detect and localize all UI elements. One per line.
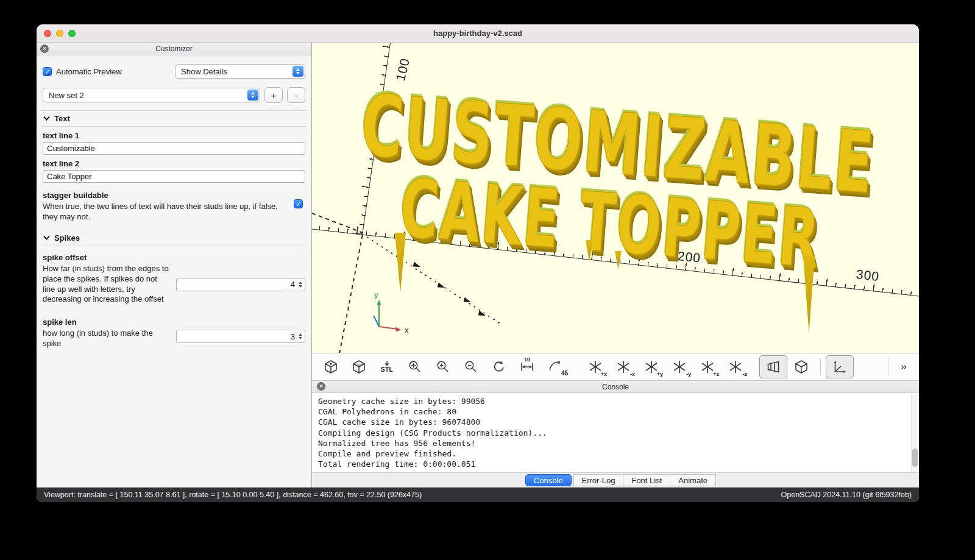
view-front-label: -y — [686, 371, 691, 377]
dropdown-chevrons-icon — [292, 66, 303, 77]
view-right-button[interactable]: +x — [581, 355, 609, 378]
view-bottom-button[interactable]: -z — [722, 355, 750, 378]
window-title: happy-birthday-v2.scad — [37, 29, 919, 38]
viewport-3d[interactable]: 100 200 CUSTOMIZABLE CAKE TOPPER 300 y — [312, 43, 919, 353]
spike-len-spinner[interactable]: 3 — [176, 330, 305, 343]
axis-label-300: 300 — [856, 267, 881, 284]
statusbar-viewport-info: Viewport: translate = [ 150.11 35.07 8.6… — [44, 491, 422, 499]
spike-offset-label: spike offset — [43, 253, 304, 262]
rendered-model: CUSTOMIZABLE CAKE TOPPER — [364, 83, 887, 122]
view-back-button[interactable]: +y — [637, 355, 665, 378]
spikes-section-title: Spikes — [54, 233, 80, 243]
details-dropdown[interactable]: Show Details — [175, 64, 305, 79]
console-title: Console — [602, 383, 629, 391]
customizer-header: ✕ Customizer — [37, 43, 311, 55]
render-preview-button[interactable] — [317, 355, 345, 378]
view-front-button[interactable]: -y — [665, 355, 693, 378]
tab-font-list[interactable]: Font List — [623, 474, 670, 486]
spike-len-description: how long (in studs) to make the spike — [43, 328, 170, 349]
stl-label: STL — [381, 366, 393, 373]
spikes-section-header[interactable]: Spikes — [41, 230, 307, 246]
customizer-panel: ✕ Customizer ✓ Automatic Preview Show De… — [37, 43, 312, 487]
text-section-title: Text — [54, 114, 70, 123]
text-line2-label: text line 2 — [43, 159, 305, 168]
spikes-section: Spikes spike offset How far (in studs) f… — [41, 230, 307, 355]
console-line: Normalized tree has 956 elements! — [318, 438, 907, 448]
customizer-close-icon[interactable]: ✕ — [40, 44, 49, 53]
rotate-45-button[interactable]: 45 — [541, 355, 569, 378]
console-line: Geometry cache size in bytes: 99056 — [318, 396, 907, 406]
titlebar: happy-birthday-v2.scad — [37, 24, 919, 43]
text-line1-label: text line 1 — [43, 131, 305, 140]
add-preset-button[interactable]: + — [264, 87, 283, 103]
tab-animate[interactable]: Animate — [670, 474, 716, 486]
customizer-title: Customizer — [155, 44, 193, 53]
automatic-preview-label: Automatic Preview — [56, 67, 122, 76]
perspective-button[interactable] — [759, 355, 787, 378]
toolbar-overflow-button[interactable]: » — [893, 361, 914, 373]
text-section-header[interactable]: Text — [41, 111, 307, 127]
statusbar: Viewport: translate = [ 150.11 35.07 8.6… — [37, 487, 919, 502]
text-line2-input[interactable] — [43, 170, 305, 183]
orthogonal-button[interactable] — [787, 355, 815, 378]
statusbar-version: OpenSCAD 2024.11.10 (git 6f5932feb) — [781, 491, 912, 499]
preset-dropdown[interactable]: New set 2 — [43, 88, 260, 102]
stagger-buildable-description: When true, the two lines of text will ha… — [43, 202, 291, 222]
view-left-button[interactable]: -x — [609, 355, 637, 378]
rotate-45-label: 45 — [561, 370, 568, 377]
tab-error-log[interactable]: Error-Log — [573, 474, 624, 486]
stagger-buildable-label: stagger buildable — [43, 191, 304, 200]
text-line1-input[interactable] — [43, 142, 305, 155]
spinner-arrows-icon[interactable] — [299, 333, 302, 339]
toolbar-separator — [820, 358, 821, 375]
console-close-icon[interactable]: ✕ — [317, 382, 325, 391]
render-button[interactable] — [345, 355, 373, 378]
view-left-label: -x — [630, 371, 635, 377]
viewport-toolbar: STL 10 — [312, 353, 919, 381]
dropdown-chevrons-icon — [247, 90, 258, 101]
scrollbar-thumb[interactable] — [912, 448, 918, 467]
show-axes-button[interactable] — [826, 355, 854, 378]
openscad-window: happy-birthday-v2.scad ✕ Customizer ✓ Au… — [37, 24, 919, 502]
stagger-buildable-checkbox[interactable]: ✓ — [294, 199, 303, 208]
console-line: CGAL Polyhedrons in cache: 80 — [318, 406, 907, 417]
view-all-label: 10 — [513, 356, 541, 363]
reset-view-button[interactable] — [485, 355, 513, 378]
console-header: ✕ Console — [312, 381, 919, 393]
model-spike — [395, 233, 406, 292]
chevron-down-icon — [43, 235, 51, 241]
tab-console[interactable]: Console — [525, 474, 572, 486]
view-all-button[interactable]: 10 — [513, 355, 541, 378]
console-tab-bar: Console Error-Log Font List Animate — [312, 472, 919, 487]
export-stl-button[interactable]: STL — [373, 355, 401, 378]
view-back-label: +y — [657, 371, 663, 377]
console-line: Compile and preview finished. — [318, 448, 907, 459]
gizmo-x-label: x — [405, 325, 409, 335]
preset-dropdown-value: New set 2 — [49, 91, 84, 100]
gizmo-y-label: y — [374, 290, 378, 299]
remove-preset-button[interactable]: - — [287, 87, 305, 103]
model-spike — [803, 256, 815, 333]
console-line: Compiling design (CSG Products normaliza… — [318, 428, 907, 438]
zoom-all-button[interactable] — [401, 355, 429, 378]
console-output[interactable]: Geometry cache size in bytes: 99056 CGAL… — [312, 393, 919, 472]
console-scrollbar[interactable] — [911, 394, 918, 472]
view-top-button[interactable]: +z — [693, 355, 722, 378]
chevron-down-icon — [43, 115, 51, 122]
spike-len-value: 3 — [291, 332, 295, 341]
view-right-label: +x — [601, 371, 607, 377]
spinner-arrows-icon[interactable] — [299, 282, 302, 288]
spike-len-label: spike len — [43, 317, 304, 327]
console-line: Total rendering time: 0:00:00.051 — [318, 459, 907, 469]
automatic-preview-checkbox[interactable]: ✓ — [43, 67, 52, 76]
spike-offset-description: How far (in studs) from the edges to pla… — [43, 264, 170, 305]
zoom-in-button[interactable] — [429, 355, 457, 378]
axes-gizmo: y x — [360, 286, 416, 339]
toolbar-separator — [888, 358, 888, 375]
view-top-label: +z — [713, 371, 719, 377]
zoom-out-button[interactable] — [457, 355, 485, 378]
spike-offset-value: 4 — [291, 280, 295, 289]
console-line: CGAL cache size in bytes: 96074800 — [318, 417, 907, 427]
view-bottom-label: -z — [743, 371, 748, 377]
spike-offset-spinner[interactable]: 4 — [176, 278, 305, 291]
